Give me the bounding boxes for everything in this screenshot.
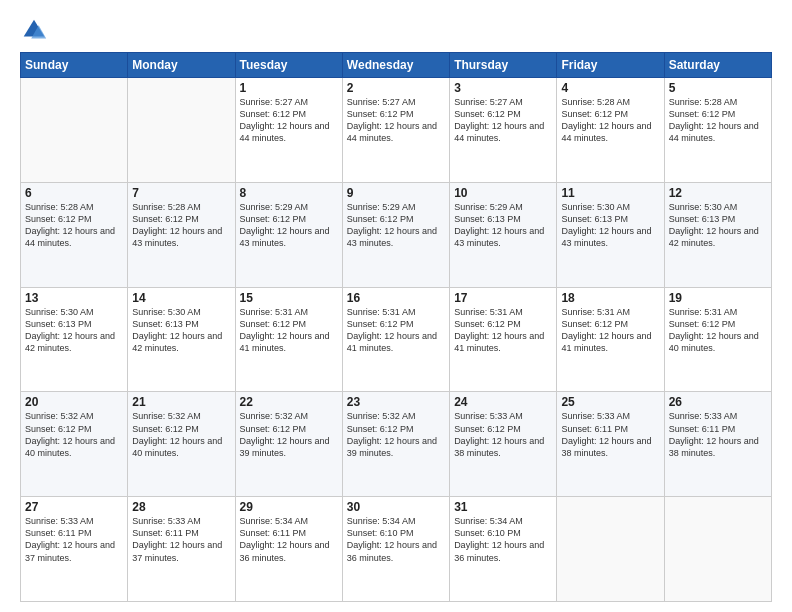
calendar: SundayMondayTuesdayWednesdayThursdayFrid…: [20, 52, 772, 602]
calendar-cell: 6Sunrise: 5:28 AM Sunset: 6:12 PM Daylig…: [21, 182, 128, 287]
calendar-header-friday: Friday: [557, 53, 664, 78]
day-info: Sunrise: 5:33 AM Sunset: 6:11 PM Dayligh…: [25, 515, 123, 564]
day-info: Sunrise: 5:31 AM Sunset: 6:12 PM Dayligh…: [561, 306, 659, 355]
day-info: Sunrise: 5:34 AM Sunset: 6:10 PM Dayligh…: [347, 515, 445, 564]
day-number: 31: [454, 500, 552, 514]
calendar-header-saturday: Saturday: [664, 53, 771, 78]
day-info: Sunrise: 5:27 AM Sunset: 6:12 PM Dayligh…: [347, 96, 445, 145]
day-info: Sunrise: 5:32 AM Sunset: 6:12 PM Dayligh…: [240, 410, 338, 459]
calendar-cell: 17Sunrise: 5:31 AM Sunset: 6:12 PM Dayli…: [450, 287, 557, 392]
day-number: 14: [132, 291, 230, 305]
calendar-week-row: 20Sunrise: 5:32 AM Sunset: 6:12 PM Dayli…: [21, 392, 772, 497]
calendar-cell: [557, 497, 664, 602]
day-info: Sunrise: 5:33 AM Sunset: 6:11 PM Dayligh…: [132, 515, 230, 564]
calendar-week-row: 1Sunrise: 5:27 AM Sunset: 6:12 PM Daylig…: [21, 78, 772, 183]
day-info: Sunrise: 5:32 AM Sunset: 6:12 PM Dayligh…: [25, 410, 123, 459]
day-number: 6: [25, 186, 123, 200]
day-info: Sunrise: 5:29 AM Sunset: 6:12 PM Dayligh…: [347, 201, 445, 250]
day-info: Sunrise: 5:30 AM Sunset: 6:13 PM Dayligh…: [132, 306, 230, 355]
calendar-cell: 1Sunrise: 5:27 AM Sunset: 6:12 PM Daylig…: [235, 78, 342, 183]
calendar-cell: 26Sunrise: 5:33 AM Sunset: 6:11 PM Dayli…: [664, 392, 771, 497]
day-info: Sunrise: 5:33 AM Sunset: 6:12 PM Dayligh…: [454, 410, 552, 459]
calendar-cell: 27Sunrise: 5:33 AM Sunset: 6:11 PM Dayli…: [21, 497, 128, 602]
day-info: Sunrise: 5:28 AM Sunset: 6:12 PM Dayligh…: [561, 96, 659, 145]
calendar-header-monday: Monday: [128, 53, 235, 78]
day-number: 8: [240, 186, 338, 200]
day-info: Sunrise: 5:27 AM Sunset: 6:12 PM Dayligh…: [454, 96, 552, 145]
day-number: 17: [454, 291, 552, 305]
calendar-header-thursday: Thursday: [450, 53, 557, 78]
calendar-cell: 13Sunrise: 5:30 AM Sunset: 6:13 PM Dayli…: [21, 287, 128, 392]
calendar-cell: 20Sunrise: 5:32 AM Sunset: 6:12 PM Dayli…: [21, 392, 128, 497]
calendar-week-row: 13Sunrise: 5:30 AM Sunset: 6:13 PM Dayli…: [21, 287, 772, 392]
day-info: Sunrise: 5:33 AM Sunset: 6:11 PM Dayligh…: [669, 410, 767, 459]
calendar-cell: 29Sunrise: 5:34 AM Sunset: 6:11 PM Dayli…: [235, 497, 342, 602]
calendar-cell: 7Sunrise: 5:28 AM Sunset: 6:12 PM Daylig…: [128, 182, 235, 287]
day-number: 30: [347, 500, 445, 514]
calendar-cell: 22Sunrise: 5:32 AM Sunset: 6:12 PM Dayli…: [235, 392, 342, 497]
calendar-cell: [21, 78, 128, 183]
calendar-header-sunday: Sunday: [21, 53, 128, 78]
calendar-cell: 11Sunrise: 5:30 AM Sunset: 6:13 PM Dayli…: [557, 182, 664, 287]
calendar-cell: 25Sunrise: 5:33 AM Sunset: 6:11 PM Dayli…: [557, 392, 664, 497]
day-info: Sunrise: 5:29 AM Sunset: 6:12 PM Dayligh…: [240, 201, 338, 250]
day-info: Sunrise: 5:34 AM Sunset: 6:10 PM Dayligh…: [454, 515, 552, 564]
day-number: 28: [132, 500, 230, 514]
day-info: Sunrise: 5:33 AM Sunset: 6:11 PM Dayligh…: [561, 410, 659, 459]
calendar-cell: 9Sunrise: 5:29 AM Sunset: 6:12 PM Daylig…: [342, 182, 449, 287]
day-info: Sunrise: 5:31 AM Sunset: 6:12 PM Dayligh…: [347, 306, 445, 355]
day-number: 18: [561, 291, 659, 305]
calendar-cell: [128, 78, 235, 183]
calendar-cell: 19Sunrise: 5:31 AM Sunset: 6:12 PM Dayli…: [664, 287, 771, 392]
day-info: Sunrise: 5:30 AM Sunset: 6:13 PM Dayligh…: [669, 201, 767, 250]
day-number: 23: [347, 395, 445, 409]
day-info: Sunrise: 5:28 AM Sunset: 6:12 PM Dayligh…: [132, 201, 230, 250]
calendar-cell: 21Sunrise: 5:32 AM Sunset: 6:12 PM Dayli…: [128, 392, 235, 497]
day-number: 29: [240, 500, 338, 514]
day-number: 12: [669, 186, 767, 200]
day-info: Sunrise: 5:31 AM Sunset: 6:12 PM Dayligh…: [669, 306, 767, 355]
calendar-week-row: 6Sunrise: 5:28 AM Sunset: 6:12 PM Daylig…: [21, 182, 772, 287]
day-number: 20: [25, 395, 123, 409]
day-number: 1: [240, 81, 338, 95]
calendar-cell: 31Sunrise: 5:34 AM Sunset: 6:10 PM Dayli…: [450, 497, 557, 602]
calendar-cell: 15Sunrise: 5:31 AM Sunset: 6:12 PM Dayli…: [235, 287, 342, 392]
calendar-cell: 5Sunrise: 5:28 AM Sunset: 6:12 PM Daylig…: [664, 78, 771, 183]
day-number: 13: [25, 291, 123, 305]
calendar-cell: 30Sunrise: 5:34 AM Sunset: 6:10 PM Dayli…: [342, 497, 449, 602]
day-number: 26: [669, 395, 767, 409]
day-number: 7: [132, 186, 230, 200]
calendar-cell: 16Sunrise: 5:31 AM Sunset: 6:12 PM Dayli…: [342, 287, 449, 392]
day-info: Sunrise: 5:27 AM Sunset: 6:12 PM Dayligh…: [240, 96, 338, 145]
day-info: Sunrise: 5:28 AM Sunset: 6:12 PM Dayligh…: [669, 96, 767, 145]
day-number: 22: [240, 395, 338, 409]
calendar-cell: 2Sunrise: 5:27 AM Sunset: 6:12 PM Daylig…: [342, 78, 449, 183]
day-info: Sunrise: 5:29 AM Sunset: 6:13 PM Dayligh…: [454, 201, 552, 250]
calendar-cell: 18Sunrise: 5:31 AM Sunset: 6:12 PM Dayli…: [557, 287, 664, 392]
calendar-cell: 12Sunrise: 5:30 AM Sunset: 6:13 PM Dayli…: [664, 182, 771, 287]
day-number: 4: [561, 81, 659, 95]
day-number: 9: [347, 186, 445, 200]
day-number: 5: [669, 81, 767, 95]
day-number: 27: [25, 500, 123, 514]
calendar-cell: 3Sunrise: 5:27 AM Sunset: 6:12 PM Daylig…: [450, 78, 557, 183]
day-number: 19: [669, 291, 767, 305]
day-info: Sunrise: 5:31 AM Sunset: 6:12 PM Dayligh…: [454, 306, 552, 355]
day-number: 21: [132, 395, 230, 409]
day-number: 2: [347, 81, 445, 95]
day-number: 10: [454, 186, 552, 200]
calendar-cell: 24Sunrise: 5:33 AM Sunset: 6:12 PM Dayli…: [450, 392, 557, 497]
day-info: Sunrise: 5:34 AM Sunset: 6:11 PM Dayligh…: [240, 515, 338, 564]
logo-icon: [20, 16, 48, 44]
calendar-week-row: 27Sunrise: 5:33 AM Sunset: 6:11 PM Dayli…: [21, 497, 772, 602]
day-number: 24: [454, 395, 552, 409]
day-number: 3: [454, 81, 552, 95]
calendar-cell: 10Sunrise: 5:29 AM Sunset: 6:13 PM Dayli…: [450, 182, 557, 287]
day-info: Sunrise: 5:30 AM Sunset: 6:13 PM Dayligh…: [25, 306, 123, 355]
calendar-header-tuesday: Tuesday: [235, 53, 342, 78]
calendar-header-row: SundayMondayTuesdayWednesdayThursdayFrid…: [21, 53, 772, 78]
day-info: Sunrise: 5:30 AM Sunset: 6:13 PM Dayligh…: [561, 201, 659, 250]
calendar-cell: 4Sunrise: 5:28 AM Sunset: 6:12 PM Daylig…: [557, 78, 664, 183]
calendar-header-wednesday: Wednesday: [342, 53, 449, 78]
calendar-cell: 8Sunrise: 5:29 AM Sunset: 6:12 PM Daylig…: [235, 182, 342, 287]
